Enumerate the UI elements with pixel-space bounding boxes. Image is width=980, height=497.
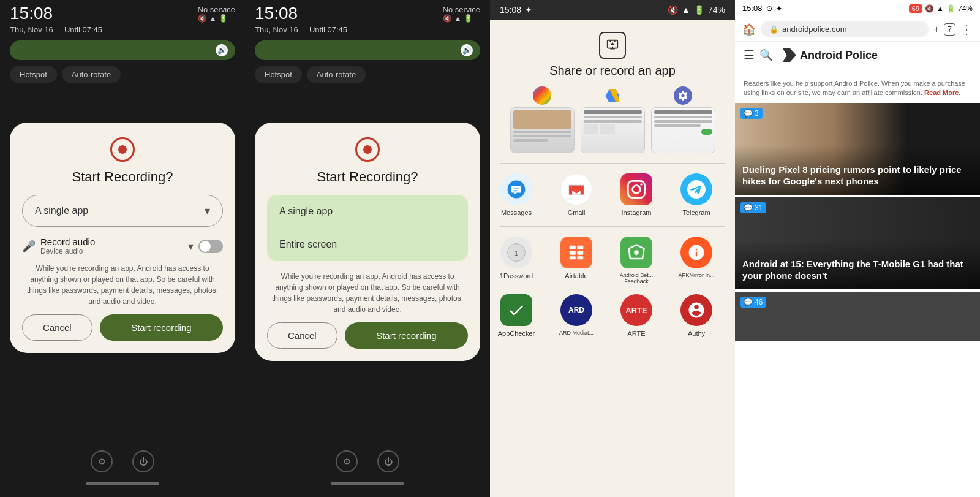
audio-row: 🎤 Record audio Device audio ▾ [22,237,223,256]
time-1: 15:08 [10,5,53,22]
share-title: Share or record an app [500,64,725,78]
audio-toggle[interactable] [198,240,223,253]
autorotate-toggle-2[interactable]: Auto-rotate [307,66,366,83]
selector-text: A single app [35,205,88,216]
app-telegram[interactable]: Telegram [675,173,718,216]
preview-row [490,84,735,158]
power-icon-2[interactable]: ⏻ [377,450,399,472]
time-4: 15:08 [742,4,763,13]
notification-badge: 69 [909,4,922,13]
preview-item-chrome[interactable] [510,86,575,153]
gmail-icon [560,173,592,205]
dialog-buttons-1: Cancel Start recording [22,314,223,341]
svg-rect-11 [570,256,576,259]
android-beta-icon: ! [620,237,652,268]
service-2: No service [443,5,480,14]
home-icon[interactable]: 🏠 [742,23,756,36]
share-title-row: Share or record an app [490,20,735,84]
mute-icon-2: 🔇 [443,14,452,23]
app-ard[interactable]: ARD ARD Mediat... [555,294,598,337]
battery-icon-2: 🔋 [464,14,473,23]
date-1: Thu, Nov 16 Until 07:45 [0,25,245,38]
app-android-beta[interactable]: ! Android Bet... Feedback [615,237,658,284]
app-apkmirror[interactable]: APKMirror In... [675,237,718,284]
wifi-icon-4: ▲ [937,4,944,13]
autorotate-toggle[interactable]: Auto-rotate [62,66,121,83]
cancel-button-2[interactable]: Cancel [267,322,337,349]
app-authy[interactable]: Authy [675,294,718,337]
mute-icon: 🔇 [198,14,207,23]
cancel-button-1[interactable]: Cancel [22,314,92,341]
article-3-image [735,292,980,341]
recording-dialog-1: Start Recording? A single app ▾ 🎤 Record… [10,123,235,353]
comment-badge-3: 💬 46 [740,297,766,308]
read-more-link[interactable]: Read More. [924,89,960,96]
option-single-app[interactable]: A single app [267,195,468,228]
start-recording-button-2[interactable]: Start recording [345,322,468,349]
app-gmail[interactable]: Gmail [555,173,598,216]
share-status-bar: 15:08 ✦ 🔇 ▲ 🔋 74% [490,0,735,20]
comment-count-1: 3 [755,109,759,118]
comment-badge-1: 💬 3 [740,108,763,119]
apkmirror-icon [680,237,712,268]
mute-icon-3: 🔇 [668,5,678,15]
svg-rect-3 [513,191,517,192]
chrome-icon [533,86,551,105]
apkmirror-label: APKMirror In... [678,272,714,278]
preview-item-settings[interactable] [651,86,715,153]
app-airtable[interactable]: Airtable [555,237,598,284]
divider-1 [500,163,725,164]
audio-chevron-icon[interactable]: ▾ [188,240,194,253]
article-card-3[interactable]: 💬 46 [735,292,980,341]
app-1password[interactable]: 1 1Password [495,237,538,284]
app-messages[interactable]: Messages [495,173,538,216]
instagram-label: Instagram [622,209,652,216]
comment-count-3: 46 [755,298,763,306]
instagram-icon [620,173,652,205]
settings-icon[interactable]: ⚙ [91,450,113,472]
browser-search-icon[interactable]: 🔍 [760,48,773,62]
article-card-2[interactable]: 💬 31 Android at 15: Everything the T-Mob… [735,197,980,289]
settings-icon-2[interactable]: ⚙ [336,450,358,472]
battery-3: 🔋 [694,5,704,15]
apps-row-2: 1 1Password Airtable ! Android Bet... Fe… [490,232,735,289]
app-appchecker[interactable]: AppChecker [495,294,538,337]
app-selector-dropdown[interactable]: A single app ▾ [22,195,223,227]
battery-icon-4: 🔋 [946,4,956,13]
start-recording-button-1[interactable]: Start recording [100,314,223,341]
dialog-title-1: Start Recording? [22,169,223,185]
article-card-1[interactable]: 💬 3 Dueling Pixel 8 pricing rumors point… [735,103,980,195]
preview-item-drive[interactable] [581,86,645,153]
compass-icon: ✦ [525,5,532,15]
hamburger-icon[interactable]: ☰ [744,48,755,63]
panel-3: 15:08 ✦ 🔇 ▲ 🔋 74% Share or record an app [490,0,735,497]
app-instagram[interactable]: Instagram [615,173,658,216]
menu-dots-icon[interactable]: ⋮ [960,22,973,37]
volume-bar-1: 🔊 [0,38,245,63]
recording-dialog-2: Start Recording? A single app Entire scr… [255,123,480,361]
battery-pct-3: 74% [708,5,725,15]
quick-toggles-1: Hotspot Auto-rotate [0,63,245,86]
power-icon[interactable]: ⏻ [132,450,154,472]
url-bar[interactable]: 🔒 androidpolice.com [761,21,929,37]
app-arte[interactable]: ARTE ARTE [615,294,658,337]
ard-label: ARD Mediat... [559,330,594,336]
hotspot-toggle-2[interactable]: Hotspot [255,66,302,83]
browser-header: ☰ 🔍 Android Police [735,42,980,74]
record-status-icon: ⊙ [766,4,772,13]
panel-4: 15:08 ⊙ ✦ 69 🔇 ▲ 🔋 74% 🏠 🔒 androidpolice… [735,0,980,497]
option-entire-screen[interactable]: Entire screen [267,228,468,261]
tabs-count-badge[interactable]: 7 [944,23,956,36]
apps-row-3: AppChecker ARD ARD Mediat... ARTE ARTE A… [490,289,735,342]
volume-icon: 🔊 [216,44,228,56]
authy-label: Authy [688,330,705,337]
messages-icon [500,173,532,205]
svg-text:!: ! [636,250,638,257]
apps-row-1: Messages Gmail Instagram Telegram [490,169,735,221]
article-overlay-2: Android at 15: Everything the T-Mobile G… [735,240,980,289]
mic-icon: 🎤 [22,240,36,253]
article-title-2: Android at 15: Everything the T-Mobile G… [742,258,973,282]
hotspot-toggle[interactable]: Hotspot [10,66,57,83]
airtable-icon [560,237,592,268]
new-tab-icon[interactable]: + [933,24,939,35]
